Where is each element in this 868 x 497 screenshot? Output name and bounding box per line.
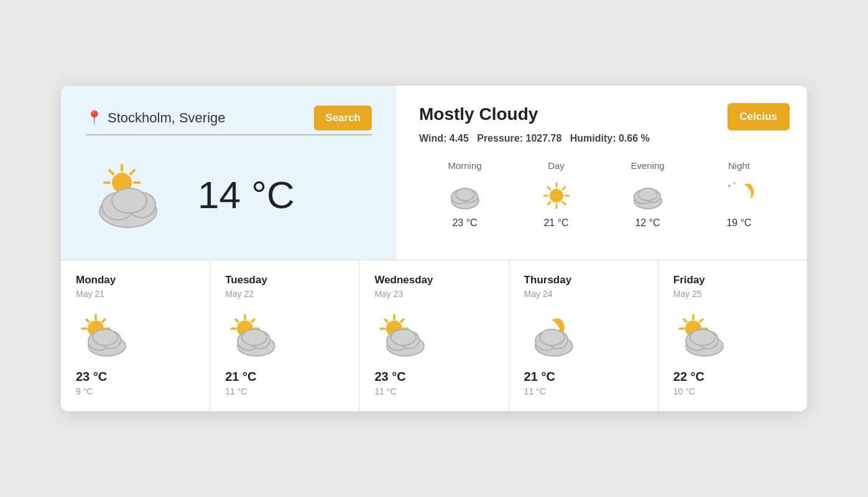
svg-line-19: [548, 187, 550, 189]
current-weather: 14 °C: [86, 154, 372, 235]
forecast-thursday: Thursday May 24 21 °C 11 °C: [509, 260, 658, 411]
period-morning: Morning 23 °C: [419, 160, 510, 229]
forecast-tuesday: Tuesday May 22 21 °C 11 °C: [210, 260, 359, 411]
period-morning-label: Morning: [448, 160, 481, 171]
svg-point-23: [550, 189, 563, 203]
svg-point-10: [112, 188, 147, 213]
pressure-label: Pressure:: [477, 133, 523, 144]
svg-line-65: [700, 319, 703, 322]
svg-point-59: [391, 329, 416, 345]
weather-stats: Wind: 4.45 Pressure: 1027.78 Humidity: 0…: [419, 133, 785, 144]
search-button[interactable]: Search: [314, 106, 372, 130]
search-row: 📍 Stockholm, Sverige Search: [86, 106, 372, 135]
period-evening-temp: 12 °C: [635, 217, 660, 229]
svg-point-29: [733, 183, 735, 185]
forecast-monday-low: 9 °C: [76, 386, 195, 396]
humidity-label: Humidity:: [570, 133, 616, 144]
location-icon: 📍: [86, 110, 103, 126]
forecast-thursday-low: 11 °C: [524, 386, 643, 396]
forecast-wednesday: Wednesday May 23 23 °C 11 °C: [359, 260, 509, 411]
forecast-wednesday-icon: [374, 309, 430, 358]
svg-line-31: [103, 319, 105, 322]
forecast-thursday-date: May 24: [524, 289, 643, 299]
period-night-temp: 19 °C: [726, 217, 751, 229]
period-day-temp: 21 °C: [543, 217, 568, 229]
forecast-thursday-name: Thursday: [524, 274, 643, 286]
forecast-monday-date: May 21: [76, 289, 195, 299]
forecast-monday: Monday May 21 23 °C 9 °C: [61, 260, 210, 411]
forecast-friday-date: May 25: [673, 289, 792, 299]
wind-label: Wind:: [419, 133, 446, 144]
period-evening: Evening 12 °C: [602, 160, 693, 229]
svg-line-18: [563, 202, 565, 204]
period-evening-icon: [629, 178, 667, 212]
humidity-value: 0.66 %: [619, 133, 650, 144]
forecast-wednesday-date: May 23: [374, 289, 493, 299]
svg-line-21: [548, 202, 550, 204]
svg-line-51: [401, 319, 404, 322]
forecast-tuesday-icon: [225, 309, 281, 358]
period-night: Night 19 °C: [693, 160, 785, 229]
top-section: 📍 Stockholm, Sverige Search: [61, 86, 807, 260]
forecast-wednesday-name: Wednesday: [374, 274, 493, 286]
forecast-tuesday-date: May 22: [225, 289, 344, 299]
forecast-friday-high: 22 °C: [673, 370, 792, 384]
period-morning-icon: [446, 178, 484, 212]
svg-point-27: [639, 188, 657, 201]
forecast-tuesday-high: 21 °C: [225, 370, 344, 384]
period-morning-temp: 23 °C: [452, 217, 477, 229]
svg-point-14: [456, 188, 474, 201]
forecast-monday-icon: [76, 309, 132, 358]
celcius-button[interactable]: Celcius: [727, 103, 790, 130]
period-night-label: Night: [728, 160, 750, 171]
forecast-friday-name: Friday: [673, 274, 792, 286]
forecast-monday-name: Monday: [76, 274, 195, 286]
left-panel: 📍 Stockholm, Sverige Search: [61, 86, 397, 260]
current-temperature: 14 °C: [198, 173, 295, 217]
forecast-monday-high: 23 °C: [76, 370, 195, 384]
forecast-friday: Friday May 25 22 °C 10 °C: [658, 260, 807, 411]
period-day: Day 21: [510, 160, 602, 229]
period-evening-label: Evening: [630, 160, 664, 171]
svg-line-43: [236, 319, 238, 322]
svg-line-33: [86, 319, 89, 322]
svg-line-4: [109, 170, 113, 174]
forecast-row: Monday May 21 23 °C 9 °C Tu: [61, 260, 807, 411]
svg-point-28: [728, 185, 731, 187]
wind-value: 4.45: [450, 133, 469, 144]
time-periods: Morning 23 °C Day: [419, 160, 785, 229]
period-day-icon: [538, 178, 575, 212]
forecast-thursday-icon: [524, 309, 580, 358]
svg-line-16: [563, 187, 565, 189]
svg-line-53: [385, 319, 387, 322]
forecast-tuesday-low: 11 °C: [225, 386, 344, 396]
current-weather-icon: [86, 154, 185, 235]
svg-point-39: [93, 329, 118, 345]
svg-point-73: [690, 329, 715, 345]
forecast-friday-low: 10 °C: [673, 386, 792, 396]
forecast-thursday-high: 21 °C: [524, 370, 643, 384]
forecast-wednesday-low: 11 °C: [374, 386, 493, 396]
weather-card: 📍 Stockholm, Sverige Search: [61, 86, 807, 411]
forecast-wednesday-high: 23 °C: [374, 370, 493, 384]
svg-point-49: [242, 329, 267, 345]
svg-line-67: [684, 319, 686, 322]
period-night-icon: [721, 178, 758, 212]
forecast-friday-icon: [673, 309, 729, 358]
svg-line-1: [131, 170, 134, 174]
pressure-value: 1027.78: [526, 133, 562, 144]
svg-point-63: [540, 329, 565, 345]
search-input[interactable]: Stockholm, Sverige: [108, 110, 309, 126]
svg-line-41: [252, 319, 254, 322]
forecast-tuesday-name: Tuesday: [225, 274, 344, 286]
period-day-label: Day: [548, 160, 565, 171]
right-panel: Celcius Mostly Cloudy Wind: 4.45 Pressur…: [397, 86, 807, 260]
